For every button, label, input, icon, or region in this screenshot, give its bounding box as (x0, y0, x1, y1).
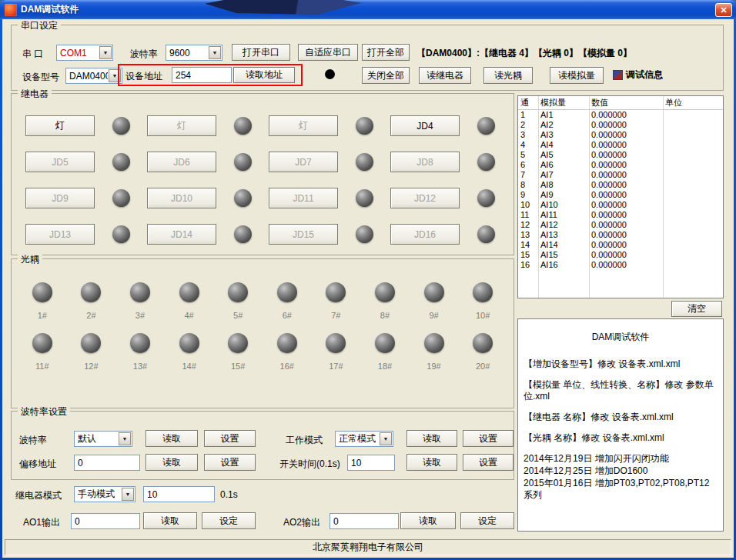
analog-row: 1AI10.000000 (518, 109, 723, 120)
open-all-button[interactable]: 打开全部 (362, 44, 410, 61)
baud-read-button[interactable]: 读取 (146, 430, 198, 447)
offset-read-button[interactable]: 读取 (146, 454, 198, 471)
dropdown-arrow-icon[interactable]: ▼ (122, 488, 134, 501)
opto-cell: 20# (458, 333, 507, 371)
workmode-select[interactable]: 正常模式 ▼ (335, 431, 393, 447)
com-port-select[interactable]: COM1 ▼ (56, 45, 113, 61)
relay-button-4[interactable]: JD4 (390, 115, 460, 136)
analog-row: 10AI100.000000 (518, 200, 723, 210)
info-note: 【增加设备型号】修改 设备表.xml.xml (524, 358, 718, 370)
read-address-button[interactable]: 读取地址 (233, 67, 295, 83)
workmode-read-button[interactable]: 读取 (406, 430, 457, 447)
opto-cell: 19# (410, 333, 459, 371)
opto-cell: 13# (115, 333, 165, 371)
opto-label-20: 20# (476, 362, 490, 371)
relay-led-15 (356, 225, 373, 243)
ao1-input[interactable] (71, 513, 140, 529)
relay-led-13 (112, 225, 130, 243)
relay-button-10[interactable]: JD10 (147, 188, 216, 208)
switch-time-label: 开关时间(0.1s) (279, 458, 340, 471)
relay-grid: 灯灯灯JD4JD5JD6JD7JD8JD9JD10JD11JD12JD13JD1… (21, 108, 507, 252)
switch-time-input[interactable] (347, 455, 395, 471)
ao2-read-button[interactable]: 读取 (400, 512, 456, 529)
analog-row: 5AI50.000000 (518, 150, 723, 160)
opto-group-title: 光耦 (18, 253, 42, 266)
read-opto-button[interactable]: 读光耦 (483, 67, 533, 84)
clear-button[interactable]: 清空 (671, 301, 722, 317)
relay-button-14[interactable]: JD14 (147, 224, 216, 245)
relay-cell: JD13 (21, 216, 142, 252)
analog-row: 12AI120.000000 (518, 220, 723, 230)
relay-button-5[interactable]: JD5 (25, 152, 95, 172)
opto-cell: 7# (312, 282, 361, 320)
dropdown-arrow-icon[interactable]: ▼ (119, 432, 131, 445)
titlebar[interactable]: DAM调试软件 ✕ (0, 0, 736, 19)
opto-row-1: 1#2#3#4#5#6#7#8#9#10# (12, 282, 514, 320)
read-relay-button[interactable]: 读继电器 (419, 67, 471, 84)
dropdown-arrow-icon[interactable]: ▼ (99, 46, 112, 59)
opto-led-15 (228, 333, 248, 353)
close-all-button[interactable]: 关闭全部 (362, 67, 410, 84)
debug-info-button[interactable]: 调试信息 (613, 68, 663, 82)
relay-button-7[interactable]: JD7 (269, 152, 338, 172)
content: 串口设定 串 口 COM1 ▼ 波特率 9600 ▼ 打开串口 自适应串口 打开… (2, 19, 734, 558)
info-log: 2014年12月19日 增加闪开闪闭功能 (524, 453, 718, 465)
baud-value: 9600 (169, 48, 190, 58)
relay-group-title: 继电器 (18, 88, 52, 101)
relay-time-input[interactable] (143, 486, 215, 502)
baud-select[interactable]: 9600 ▼ (166, 45, 222, 61)
opto-cell: 1# (18, 282, 67, 320)
relay-button-12[interactable]: JD12 (390, 188, 460, 208)
open-serial-button[interactable]: 打开串口 (232, 44, 290, 61)
relay-button-13[interactable]: JD13 (25, 224, 95, 245)
opto-cell: 11# (18, 333, 67, 371)
ao2-input[interactable] (330, 513, 399, 529)
debug-info-label: 调试信息 (626, 68, 663, 82)
baud-cfg-label: 波特率 (19, 434, 47, 447)
relay-cell: JD15 (264, 216, 386, 252)
ao1-set-button[interactable]: 设定 (202, 512, 256, 529)
device-address-input[interactable] (172, 67, 232, 83)
ao1-read-button[interactable]: 读取 (143, 512, 197, 529)
relay-cell: JD9 (21, 180, 142, 216)
adaptive-serial-button[interactable]: 自适应串口 (298, 44, 358, 61)
opto-label-2: 2# (86, 311, 95, 320)
workmode-set-button[interactable]: 设置 (463, 430, 514, 447)
dropdown-arrow-icon[interactable]: ▼ (209, 46, 221, 59)
switch-time-set-button[interactable]: 设置 (463, 454, 514, 471)
relay-button-2[interactable]: 灯 (147, 115, 216, 136)
relay-button-9[interactable]: JD9 (25, 188, 95, 208)
close-button[interactable]: ✕ (715, 3, 732, 17)
opto-led-14 (179, 333, 199, 353)
relay-button-16[interactable]: JD16 (390, 224, 460, 245)
relay-button-11[interactable]: JD11 (269, 188, 338, 208)
ao2-set-button[interactable]: 设定 (460, 512, 514, 529)
relay-button-8[interactable]: JD8 (390, 152, 460, 172)
relay-button-3[interactable]: 灯 (269, 115, 338, 136)
relay-button-1[interactable]: 灯 (25, 115, 95, 136)
opto-cell: 9# (410, 282, 459, 320)
app-window: DAM调试软件 ✕ 串口设定 串 口 COM1 ▼ 波特率 9600 ▼ 打开串… (0, 0, 736, 560)
relay-button-15[interactable]: JD15 (269, 224, 338, 245)
baud-set-button[interactable]: 设置 (204, 430, 256, 447)
switch-time-read-button[interactable]: 读取 (406, 454, 457, 471)
analog-row: 6AI60.000000 (518, 160, 723, 170)
model-value: DAM0400 (69, 71, 108, 82)
opto-cell: 15# (213, 333, 263, 371)
relay-button-6[interactable]: JD6 (147, 152, 216, 172)
relay-cell: 灯 (142, 108, 264, 144)
opto-label-6: 6# (283, 311, 292, 320)
dropdown-arrow-icon[interactable]: ▼ (380, 432, 392, 445)
offset-input[interactable] (74, 455, 140, 471)
relay-mode-select[interactable]: 手动模式 ▼ (74, 486, 135, 502)
opto-label-15: 15# (231, 362, 245, 371)
relay-cell: JD16 (386, 216, 507, 252)
opto-group: 光耦 1#2#3#4#5#6#7#8#9#10# 11#12#13#14#15#… (11, 258, 514, 408)
relay-led-4 (477, 117, 495, 135)
opto-label-8: 8# (380, 311, 390, 320)
baud-cfg-select[interactable]: 默认 ▼ (74, 431, 132, 447)
opto-cell: 12# (67, 333, 116, 371)
offset-set-button[interactable]: 设置 (204, 454, 256, 471)
read-analog-button[interactable]: 读模拟量 (550, 67, 604, 84)
model-select[interactable]: DAM0400 ▼ (65, 68, 122, 84)
